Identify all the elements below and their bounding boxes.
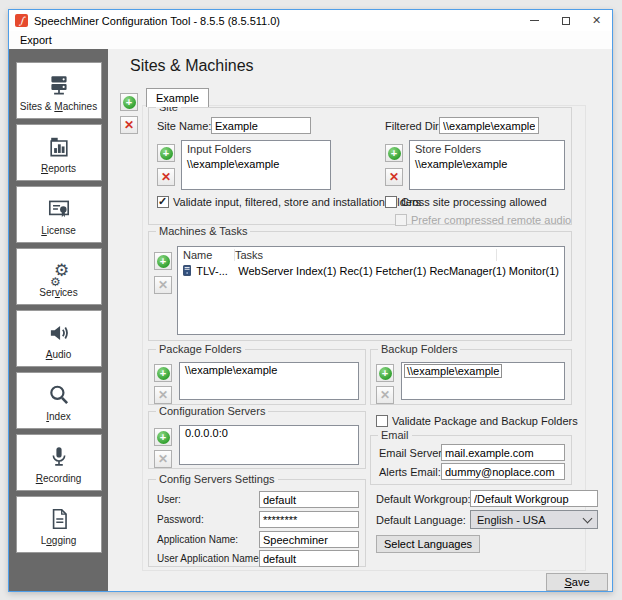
user-label: User:	[157, 494, 181, 505]
delete-config-server-button: ✕	[154, 450, 172, 468]
list-item[interactable]: \\example\example	[182, 157, 330, 171]
window-controls: ✕	[519, 10, 612, 31]
certificate-icon	[46, 194, 72, 224]
x-icon: ✕	[161, 171, 171, 183]
menu-export[interactable]: Export	[16, 33, 56, 47]
gears-icon: ⚙⚙	[48, 256, 69, 286]
minimize-icon	[530, 20, 539, 21]
user-input[interactable]	[259, 491, 359, 508]
add-input-folder-button[interactable]: +	[157, 144, 175, 162]
email-group: Email Email Server: Alerts Email:	[370, 435, 572, 485]
maximize-button[interactable]	[550, 10, 581, 31]
validate-backup-checkbox[interactable]: Validate Package and Backup Folders	[376, 415, 578, 427]
delete-package-folder-button: ✕	[154, 386, 172, 404]
sidebar-label: License	[41, 225, 75, 236]
input-folders-header: Input Folders	[182, 141, 330, 157]
sidebar-item-license[interactable]: License	[16, 186, 102, 243]
close-button[interactable]: ✕	[581, 10, 612, 31]
sidebar-label: Logging	[41, 535, 77, 546]
list-item[interactable]: \\example\example	[180, 363, 358, 377]
machines-tasks-group: Machines & Tasks + ✕ Name Tasks TLV-... …	[148, 231, 572, 341]
select-languages-button[interactable]: Select Languages	[376, 535, 480, 553]
add-config-server-button[interactable]: +	[154, 428, 172, 446]
machines-list[interactable]: Name Tasks TLV-... WebServer Index(1) Re…	[177, 246, 565, 335]
minimize-button[interactable]	[519, 10, 550, 31]
sidebar-label: Sites & Machines	[20, 101, 97, 112]
application-name-input[interactable]	[259, 531, 359, 548]
machines-tasks-legend: Machines & Tasks	[156, 225, 250, 237]
default-workgroup-input[interactable]	[470, 490, 598, 507]
plus-icon: +	[157, 255, 170, 268]
backup-folders-legend: Backup Folders	[378, 343, 460, 355]
sidebar-item-reports[interactable]: Reports	[16, 124, 102, 181]
site-name-input[interactable]	[211, 117, 311, 134]
add-package-folder-button[interactable]: +	[154, 364, 172, 382]
alerts-email-input[interactable]	[441, 463, 565, 480]
validate-folders-checkbox[interactable]: Validate input, filtered, store and inst…	[157, 196, 421, 208]
chevron-down-icon	[583, 513, 593, 523]
add-machine-button[interactable]: +	[154, 252, 172, 270]
site-group: Site Site Name: Filtered Dir: + ✕ Input …	[148, 107, 572, 225]
sidebar-item-sites-machines[interactable]: Sites & Machines	[16, 62, 102, 119]
default-language-dropdown[interactable]: English - USA	[470, 510, 598, 529]
list-item-selected[interactable]: \\example\example	[402, 363, 564, 379]
delete-input-folder-button[interactable]: ✕	[157, 168, 175, 186]
sidebar-label: Index	[46, 411, 70, 422]
sidebar-label: Recording	[36, 473, 82, 484]
magnifier-icon	[46, 380, 72, 410]
plus-icon: +	[123, 96, 136, 109]
document-icon	[46, 504, 72, 534]
password-input[interactable]	[259, 511, 359, 528]
app-body: Sites & Machines Reports License ⚙⚙ Serv…	[9, 49, 612, 591]
package-folders-list[interactable]: \\example\example	[179, 362, 359, 400]
close-icon: ✕	[592, 15, 601, 26]
sidebar-item-logging[interactable]: Logging	[16, 496, 102, 553]
machine-name: TLV-...	[196, 265, 233, 277]
machine-tasks: WebServer Index(1) Rec(1) Fetcher(1) Rec…	[238, 265, 559, 277]
plus-icon: +	[160, 147, 173, 160]
default-language-label: Default Language:	[376, 514, 466, 526]
checkbox-icon	[157, 196, 169, 208]
sidebar-item-services[interactable]: ⚙⚙ Services	[16, 248, 102, 305]
input-folders-list[interactable]: Input Folders \\example\example	[181, 140, 331, 190]
delete-backup-folder-button: ✕	[376, 386, 394, 404]
save-button[interactable]: Save	[546, 573, 608, 591]
delete-site-button[interactable]: ✕	[120, 116, 138, 134]
server-icon	[183, 264, 191, 277]
store-folders-list[interactable]: Store Folders \\example\example	[409, 140, 565, 190]
config-servers-list[interactable]: 0.0.0.0:0	[179, 425, 359, 465]
config-settings-legend: Config Servers Settings	[156, 473, 278, 485]
list-item[interactable]: \\example\example	[410, 157, 564, 171]
backup-folders-list[interactable]: \\example\example	[401, 362, 565, 400]
main-panel: Sites & Machines + ✕ Example Site Site N…	[108, 49, 612, 591]
add-site-button[interactable]: +	[120, 93, 138, 111]
add-backup-folder-button[interactable]: +	[376, 364, 394, 382]
plus-icon: +	[157, 367, 170, 380]
default-workgroup-label: Default Workgroup:	[376, 493, 471, 505]
checkbox-icon	[385, 196, 397, 208]
delete-store-folder-button[interactable]: ✕	[385, 168, 403, 186]
maximize-icon	[562, 17, 570, 25]
column-name[interactable]: Name	[183, 247, 235, 263]
package-folders-legend: Package Folders	[156, 343, 245, 355]
cross-site-checkbox[interactable]: Cross site processing allowed	[385, 196, 547, 208]
plus-icon: +	[388, 147, 401, 160]
sidebar-item-recording[interactable]: Recording	[16, 434, 102, 491]
x-icon: ✕	[158, 279, 168, 291]
machine-row[interactable]: TLV-... WebServer Index(1) Rec(1) Fetche…	[178, 263, 564, 278]
x-icon: ✕	[158, 453, 168, 465]
user-application-name-input[interactable]	[259, 550, 359, 567]
list-item[interactable]: 0.0.0.0:0	[180, 426, 358, 440]
user-application-name-label: User Application Name:	[157, 553, 262, 564]
add-store-folder-button[interactable]: +	[385, 144, 403, 162]
email-server-input[interactable]	[441, 444, 565, 461]
sidebar-item-index[interactable]: Index	[16, 372, 102, 429]
plus-icon: +	[157, 431, 170, 444]
site-name-label: Site Name:	[157, 120, 211, 132]
screen: ∫ SpeechMiner Configuration Tool - 8.5.5…	[0, 0, 622, 600]
sidebar-item-audio[interactable]: Audio	[16, 310, 102, 367]
filtered-dir-input[interactable]	[439, 117, 539, 134]
tab-example[interactable]: Example	[146, 88, 209, 107]
email-legend: Email	[378, 429, 412, 441]
column-tasks[interactable]: Tasks	[235, 247, 263, 263]
